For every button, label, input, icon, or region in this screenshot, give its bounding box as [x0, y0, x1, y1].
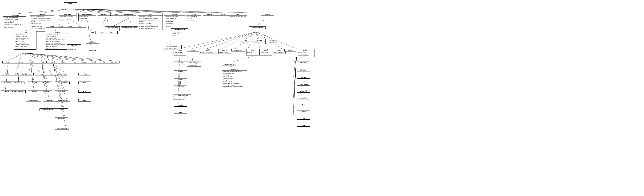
scorpion-class: Scorpion	[39, 90, 52, 93]
build-body: +buildings: set(Building)	[199, 51, 217, 54]
sound-header: Sound	[186, 13, 201, 16]
repair-class: Repair	[187, 49, 200, 52]
transportboat-header: TransportBoat	[55, 82, 70, 84]
svg-line-81	[31, 64, 41, 73]
cannongalley-header: CannonGalley	[55, 127, 69, 129]
gather-header: Gather	[296, 49, 314, 51]
villager-header: Villager	[57, 61, 70, 63]
trade-class: Trade	[297, 124, 310, 126]
tech-header: Tech	[138, 13, 162, 16]
svg-line-87	[42, 64, 47, 90]
cannongalley-class: CannonGalley	[55, 127, 69, 130]
flee-class: Flee	[174, 111, 187, 114]
explore-header: Explore	[174, 104, 187, 106]
infantry-class: Infantry	[2, 61, 15, 64]
svg-line-92	[53, 64, 65, 90]
knight-class: Knight	[28, 82, 41, 84]
stone-class: Stone	[73, 25, 86, 28]
bonus-header: Bonus	[203, 13, 216, 16]
svg-line-1	[41, 9, 70, 13]
building-body: +construction_site: file +snow_graphic: …	[45, 34, 70, 50]
resourcespot-header: ResourceSpot	[78, 13, 96, 16]
animatedability-class: AnimatedAbility	[249, 26, 266, 29]
ability-class: Ability	[261, 13, 274, 16]
mod-header: Mod	[229, 13, 247, 16]
firegalley-class: FireGalley	[55, 90, 68, 93]
repair-header: Repair	[187, 49, 200, 51]
svg-line-60	[293, 54, 297, 126]
svg-line-94	[53, 64, 64, 109]
trebuchet-class: Trebuchet	[43, 99, 56, 102]
svg-line-63	[8, 53, 24, 61]
entity-class: Entity	[64, 2, 77, 5]
svg-line-80	[29, 64, 31, 73]
bird-class: Bird	[78, 99, 91, 102]
hunt-header: Hunt	[297, 117, 310, 120]
svg-line-69	[24, 53, 74, 61]
build-header: Build	[199, 49, 217, 51]
lumberjack-header: Lumberjack	[297, 83, 310, 85]
handcannoneer-class: HandCannoneer	[10, 90, 26, 93]
pack-class: Pack +units: set(Unit)	[273, 49, 286, 54]
lumberjack-class: Lumberjack	[297, 83, 310, 86]
svg-line-6	[70, 9, 129, 13]
galley-class: Galley	[55, 108, 68, 111]
svg-line-11	[70, 9, 222, 13]
demolitionraft-header: DemolitionRaft	[55, 99, 70, 102]
fishingboat-header: FishingBoat	[55, 73, 68, 75]
fly-header: Fly	[240, 39, 252, 42]
galley-header: Galley	[55, 108, 68, 111]
convert-header: Convert	[218, 49, 231, 51]
forage-class: Forage	[297, 76, 310, 79]
ambient-class: Ambient*	[98, 13, 110, 16]
patch-header: Patch	[216, 13, 229, 16]
garrison-class: Garrison +capacity: int	[253, 39, 266, 44]
attack-class: Attack +damage: int +reload_time: float	[260, 49, 272, 56]
ambient-header: Ambient*	[98, 13, 110, 16]
explore-class: Explore	[174, 104, 187, 107]
cavalry-class: Cavalry	[25, 61, 38, 64]
garrison-header: Garrison	[253, 39, 265, 42]
svg-line-57	[293, 54, 297, 106]
svg-line-32	[258, 32, 274, 39]
creatable-header: Creatable	[30, 13, 54, 16]
svg-line-89	[42, 64, 48, 109]
svg-line-70	[24, 53, 84, 61]
languagedescription-body: +en: file	[122, 29, 138, 31]
fishingboat-class: FishingBoat	[55, 73, 68, 76]
convert-body: +units: set(Unit)	[218, 51, 231, 54]
battleelephant-header: BattleElephant	[26, 99, 41, 102]
svg-line-29	[256, 18, 266, 26]
goldmine-class: GoldMine	[86, 41, 99, 44]
projectile-header: Projectile	[222, 68, 247, 70]
svg-line-65	[24, 53, 31, 61]
svg-line-25	[113, 18, 129, 26]
svg-line-18	[67, 18, 69, 25]
knight-header: Knight	[28, 82, 41, 84]
build-class: Build +buildings: set(Building)	[199, 49, 217, 54]
unpack-header: Unpack	[284, 49, 297, 51]
scorpion-header: Scorpion	[39, 90, 52, 93]
dropsite-header: DropSite	[67, 44, 81, 47]
wolf-header: Wolf	[78, 90, 91, 92]
deepfish-header: DeepFish	[297, 97, 310, 99]
svg-line-79	[18, 64, 19, 90]
resource-class: Resource +name: LanguageString	[59, 13, 76, 18]
gather-class: Gather +type: Resource +carry_capacity: …	[296, 49, 314, 57]
sheep-header: Sheep	[78, 73, 91, 75]
unit-header: Unit	[14, 31, 36, 34]
deer-class: Deer	[78, 82, 91, 84]
farm-class: Farm	[297, 104, 310, 106]
demolitionraft-class: DemolitionRaft	[55, 99, 70, 102]
deepfish-class: DeepFish	[297, 97, 310, 100]
svg-line-12	[70, 9, 239, 13]
svg-line-53	[294, 54, 297, 77]
camel-class: Camel	[28, 90, 41, 93]
villager-class: Villager	[57, 61, 70, 64]
garrison-body: +capacity: int	[253, 42, 265, 44]
svg-line-68	[24, 53, 64, 61]
unit-body: +idle_animation: file +dying_animation: …	[14, 34, 36, 50]
convert-class: Convert +units: set(Unit)	[218, 49, 231, 54]
svg-line-8	[70, 9, 172, 13]
pack-body: +units: set(Unit)	[273, 51, 285, 54]
